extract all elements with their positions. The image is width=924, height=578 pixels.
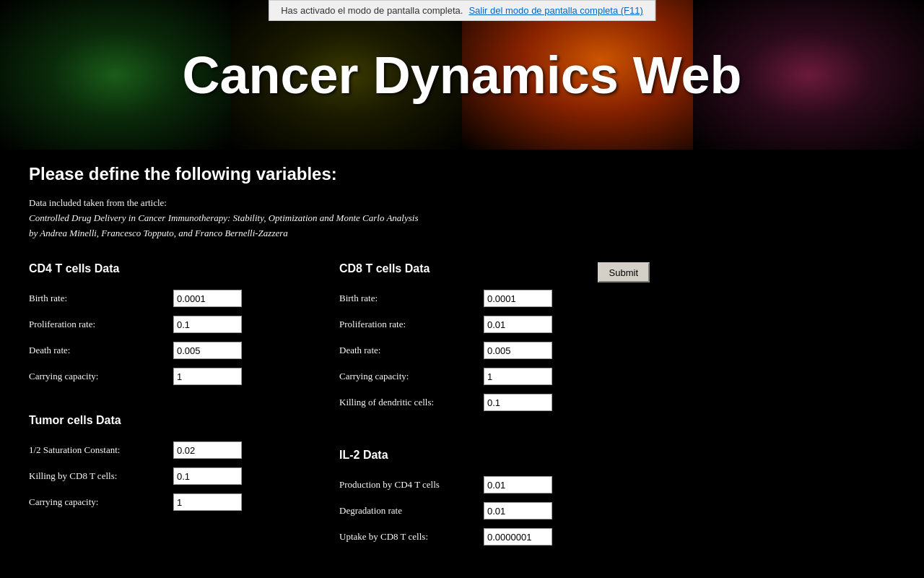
cd8-birth-rate-label: Birth rate:	[339, 293, 484, 304]
cd8-section-title: CD8 T cells Data	[339, 262, 552, 275]
cd4-section: CD4 T cells Data Birth rate: Proliferati…	[29, 262, 339, 385]
cd8-carrying-capacity-input[interactable]	[484, 368, 552, 385]
il2-production-input[interactable]	[484, 476, 552, 493]
article-authors: by Andrea Minelli, Francesco Topputo, an…	[29, 226, 895, 241]
cd4-carrying-capacity-row: Carrying capacity:	[29, 368, 339, 385]
right-column: CD8 T cells Data Birth rate: Proliferati…	[339, 262, 650, 574]
il2-section: IL-2 Data Production by CD4 T cells Degr…	[339, 449, 650, 545]
main-content: Please define the following variables: D…	[0, 150, 924, 578]
cd4-proliferation-rate-label: Proliferation rate:	[29, 319, 173, 330]
tumor-killing-input[interactable]	[173, 467, 242, 485]
article-label: Data included taken from the article:	[29, 196, 895, 211]
il2-production-row: Production by CD4 T cells	[339, 476, 650, 493]
tumor-killing-row: Killing by CD8 T cells:	[29, 467, 339, 485]
page-title: Please define the following variables:	[29, 164, 895, 184]
tumor-section: Tumor cells Data 1/2 Saturation Constant…	[29, 414, 339, 511]
cd4-proliferation-rate-row: Proliferation rate:	[29, 316, 339, 333]
sections-row: CD4 T cells Data Birth rate: Proliferati…	[29, 262, 895, 574]
il2-uptake-input[interactable]	[484, 528, 552, 545]
cd4-birth-rate-input[interactable]	[173, 290, 242, 307]
cd4-carrying-capacity-input[interactable]	[173, 368, 242, 385]
cd4-birth-rate-row: Birth rate:	[29, 290, 339, 307]
cd8-proliferation-rate-label: Proliferation rate:	[339, 319, 484, 330]
submit-area: Submit	[598, 262, 650, 282]
tumor-carrying-capacity-row: Carrying capacity:	[29, 493, 339, 511]
article-info: Data included taken from the article: Co…	[29, 196, 895, 241]
cd8-birth-rate-input[interactable]	[484, 290, 552, 307]
fullscreen-notice-text: Has activado el modo de pantalla complet…	[281, 5, 463, 16]
cd4-death-rate-label: Death rate:	[29, 345, 173, 356]
cd8-killing-dendritic-row: Killing of dendritic cells:	[339, 394, 552, 411]
header-banner: Cancer Dynamics Web	[0, 0, 924, 150]
il2-uptake-row: Uptake by CD8 T cells:	[339, 528, 650, 545]
tumor-carrying-capacity-label: Carrying capacity:	[29, 496, 173, 508]
cd4-death-rate-input[interactable]	[173, 342, 242, 359]
tumor-section-title: Tumor cells Data	[29, 414, 339, 427]
cd4-section-title: CD4 T cells Data	[29, 262, 339, 275]
il2-degradation-row: Degradation rate	[339, 502, 650, 519]
submit-button[interactable]: Submit	[598, 262, 650, 282]
cd8-section: CD8 T cells Data Birth rate: Proliferati…	[339, 262, 552, 420]
article-citation: Controlled Drug Delivery in Cancer Immun…	[29, 211, 895, 226]
cd4-proliferation-rate-input[interactable]	[173, 316, 242, 333]
cd8-death-rate-input[interactable]	[484, 342, 552, 359]
tumor-carrying-capacity-input[interactable]	[173, 493, 242, 511]
cd8-carrying-capacity-label: Carrying capacity:	[339, 371, 484, 382]
site-title: Cancer Dynamics Web	[183, 46, 742, 105]
tumor-saturation-row: 1/2 Saturation Constant:	[29, 441, 339, 459]
cd8-death-rate-row: Death rate:	[339, 342, 552, 359]
cd8-killing-dendritic-input[interactable]	[484, 394, 552, 411]
cd8-proliferation-rate-input[interactable]	[484, 316, 552, 333]
tumor-saturation-label: 1/2 Saturation Constant:	[29, 444, 173, 456]
il2-degradation-label: Degradation rate	[339, 505, 484, 517]
cd8-birth-rate-row: Birth rate:	[339, 290, 552, 307]
cd4-death-rate-row: Death rate:	[29, 342, 339, 359]
cd8-proliferation-rate-row: Proliferation rate:	[339, 316, 552, 333]
cd8-header-row: CD8 T cells Data Birth rate: Proliferati…	[339, 262, 650, 449]
tumor-saturation-input[interactable]	[173, 441, 242, 459]
il2-degradation-input[interactable]	[484, 502, 552, 519]
cd8-death-rate-label: Death rate:	[339, 345, 484, 356]
exit-fullscreen-link[interactable]: Salir del modo de pantalla completa (F11…	[468, 5, 642, 16]
il2-uptake-label: Uptake by CD8 T cells:	[339, 531, 484, 543]
il2-section-title: IL-2 Data	[339, 449, 650, 462]
cd4-carrying-capacity-label: Carrying capacity:	[29, 371, 173, 382]
cd8-carrying-capacity-row: Carrying capacity:	[339, 368, 552, 385]
tumor-killing-label: Killing by CD8 T cells:	[29, 470, 173, 482]
cd8-killing-dendritic-label: Killing of dendritic cells:	[339, 397, 484, 408]
fullscreen-notice: Has activado el modo de pantalla complet…	[269, 0, 655, 21]
left-column: CD4 T cells Data Birth rate: Proliferati…	[29, 262, 339, 540]
il2-production-label: Production by CD4 T cells	[339, 479, 484, 491]
cd4-birth-rate-label: Birth rate:	[29, 293, 173, 304]
